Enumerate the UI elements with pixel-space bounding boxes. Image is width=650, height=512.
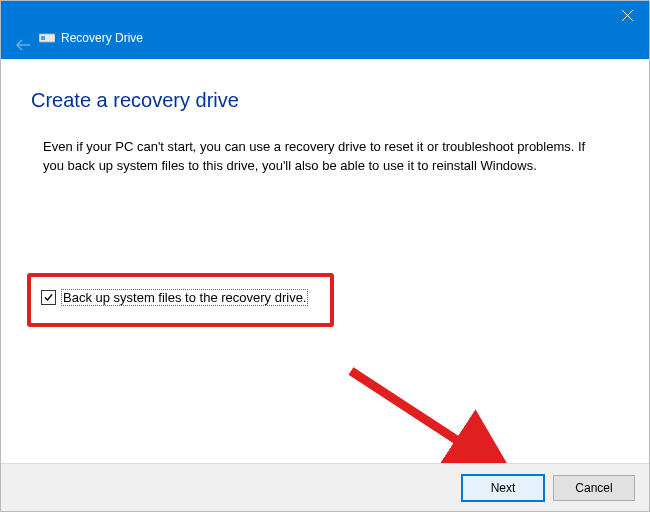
footer: Next Cancel bbox=[1, 463, 649, 511]
title-wrap: Recovery Drive bbox=[39, 31, 143, 45]
content-area: Create a recovery drive Even if your PC … bbox=[1, 59, 649, 463]
page-heading: Create a recovery drive bbox=[31, 89, 619, 112]
next-button-label: Next bbox=[491, 481, 516, 495]
backup-checkbox-row[interactable]: Back up system files to the recovery dri… bbox=[41, 289, 308, 306]
drive-icon bbox=[39, 32, 55, 44]
close-icon bbox=[622, 10, 633, 21]
checkmark-icon bbox=[43, 292, 54, 303]
svg-rect-4 bbox=[41, 36, 45, 40]
window-title: Recovery Drive bbox=[61, 31, 143, 45]
cancel-button-label: Cancel bbox=[575, 481, 612, 495]
titlebar: Recovery Drive bbox=[1, 1, 649, 59]
next-button[interactable]: Next bbox=[461, 474, 545, 502]
back-button bbox=[15, 37, 31, 55]
close-button[interactable] bbox=[605, 1, 649, 29]
backup-checkbox[interactable] bbox=[41, 290, 56, 305]
recovery-drive-wizard-window: Recovery Drive Create a recovery drive E… bbox=[0, 0, 650, 512]
back-arrow-icon bbox=[15, 39, 31, 51]
backup-checkbox-label: Back up system files to the recovery dri… bbox=[61, 289, 308, 306]
cancel-button[interactable]: Cancel bbox=[553, 475, 635, 501]
page-description: Even if your PC can't start, you can use… bbox=[43, 138, 603, 176]
